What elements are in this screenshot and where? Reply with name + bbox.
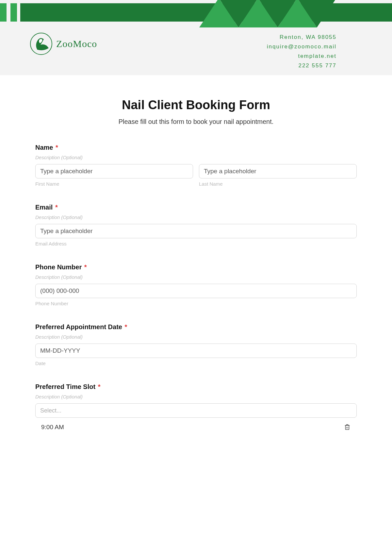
contact-website: template.net (267, 52, 336, 61)
logo-text: ZooMoco (56, 38, 97, 49)
accent-bars (0, 3, 17, 22)
date-label: Preferred Appointment Date * (35, 323, 357, 331)
required-mark: * (55, 204, 58, 211)
trash-icon[interactable] (344, 424, 351, 431)
last-name-sublabel: Last Name (199, 181, 357, 187)
email-description[interactable]: Description (Optional) (35, 214, 357, 220)
field-name: Name * Description (Optional) First Name… (35, 144, 357, 187)
last-name-input[interactable] (199, 164, 357, 178)
phone-label: Phone Number * (35, 263, 357, 271)
field-phone: Phone Number * Description (Optional) Ph… (35, 263, 357, 306)
time-option-row: 9:00 AM (35, 418, 357, 431)
email-input[interactable] (35, 224, 357, 238)
time-select[interactable]: Select... (35, 403, 357, 418)
required-mark: * (98, 383, 101, 390)
header-banner: ZooMoco Renton, WA 98055 inquire@zoomoco… (0, 0, 392, 75)
phone-description[interactable]: Description (Optional) (35, 274, 357, 280)
date-description[interactable]: Description (Optional) (35, 334, 357, 340)
form-title: Nail Client Booking Form (35, 98, 357, 112)
form-container: Nail Client Booking Form Please fill out… (0, 75, 392, 447)
contact-email: inquire@zoomoco.mail (267, 42, 336, 52)
time-select-placeholder: Select... (40, 407, 61, 414)
email-label: Email * (35, 204, 357, 211)
logo: ZooMoco (30, 33, 97, 55)
required-mark: * (56, 144, 58, 151)
first-name-input[interactable] (35, 164, 193, 178)
field-date: Preferred Appointment Date * Description… (35, 323, 357, 366)
logo-mark-icon (30, 33, 52, 55)
time-option[interactable]: 9:00 AM (41, 424, 64, 431)
contact-info: Renton, WA 98055 inquire@zoomoco.mail te… (267, 33, 336, 71)
field-email: Email * Description (Optional) Email Add… (35, 204, 357, 246)
contact-phone: 222 555 777 (267, 61, 336, 71)
ribbon-decoration (199, 0, 350, 31)
time-description[interactable]: Description (Optional) (35, 394, 357, 399)
svg-rect-6 (346, 426, 349, 430)
phone-sublabel: Phone Number (35, 301, 357, 306)
time-label: Preferred Time Slot * (35, 383, 357, 391)
required-mark: * (125, 323, 127, 330)
name-description[interactable]: Description (Optional) (35, 155, 357, 160)
required-mark: * (84, 263, 87, 271)
first-name-sublabel: First Name (35, 181, 193, 187)
name-label: Name * (35, 144, 357, 151)
form-subtitle: Please fill out this form to book your n… (35, 118, 357, 126)
contact-address: Renton, WA 98055 (267, 33, 336, 42)
field-time: Preferred Time Slot * Description (Optio… (35, 383, 357, 431)
phone-input[interactable] (35, 284, 357, 298)
email-sublabel: Email Address (35, 241, 357, 246)
date-input[interactable] (35, 344, 357, 358)
date-sublabel: Date (35, 361, 357, 366)
